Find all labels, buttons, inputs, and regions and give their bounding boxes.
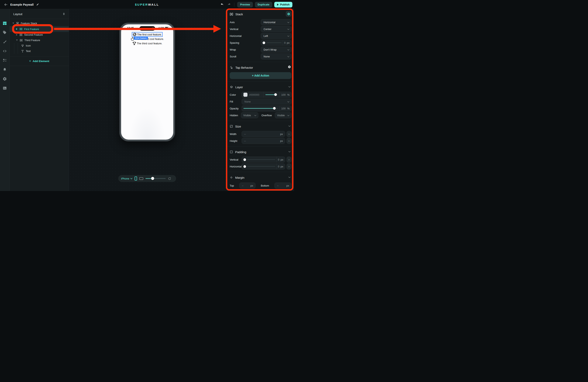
caret-down-icon[interactable] (13, 22, 14, 24)
feature-row-3[interactable]: The third cool feature. (121, 41, 173, 45)
padding-horizontal-knob[interactable] (243, 165, 246, 168)
padding-vertical-stepper[interactable]: › (287, 157, 291, 163)
scroll-select[interactable]: None (261, 53, 291, 60)
redo-icon[interactable] (227, 2, 231, 7)
zoom-slider[interactable] (146, 177, 166, 180)
caret-down-icon[interactable] (16, 40, 18, 41)
opacity-percent[interactable]: 100 (281, 107, 286, 110)
feature-row-1[interactable]: The first cool feature. (121, 32, 173, 37)
camera-dot (151, 27, 154, 30)
spacing-value[interactable]: 0 (284, 41, 286, 44)
padding-section-header: Padding (230, 149, 291, 155)
tree-item-feature-stack[interactable]: Feature Stack (10, 21, 69, 26)
collapse-chevron-icon[interactable] (288, 151, 291, 152)
width-input[interactable]: –px (242, 131, 285, 137)
rail-gear-icon[interactable] (2, 76, 8, 82)
chevron-down-icon (287, 101, 289, 103)
opacity-slider[interactable] (243, 108, 278, 109)
padding-vertical-label: Vertical (230, 158, 238, 161)
battery-icon (165, 27, 169, 29)
spacing-slider[interactable] (266, 42, 281, 43)
landscape-orientation-icon[interactable] (139, 177, 143, 180)
padding-vertical-value[interactable]: 0 (278, 158, 279, 161)
refresh-icon[interactable] (168, 177, 171, 180)
stack-settings-gear-icon[interactable] (286, 11, 291, 17)
color-percent[interactable]: 100 (281, 93, 286, 96)
horizontal-align-select[interactable]: Left (261, 33, 291, 39)
color-alpha-knob[interactable] (274, 93, 277, 96)
color-hex-input[interactable]: #000000 (249, 93, 262, 96)
margin-bottom-input[interactable]: –px (274, 183, 291, 189)
spacing-slider-knob[interactable] (263, 42, 265, 44)
statusbar-time: 12:45 (127, 26, 134, 29)
tree-item-label: Second Feature (24, 33, 43, 36)
tree-item-text[interactable]: Text (10, 48, 69, 54)
height-input[interactable]: –px (242, 138, 285, 144)
rail-bell-icon[interactable] (2, 66, 8, 73)
tree-item-third-feature[interactable]: Third Feature (10, 38, 69, 43)
tree-guide-line (14, 48, 14, 54)
zoom-slider-knob[interactable] (151, 177, 154, 180)
vertical-align-select[interactable]: Center (261, 26, 291, 32)
superwall-editor: Example Paywall $UPERWALL Preview Duplic… (0, 0, 294, 191)
rail-tag-icon[interactable] (2, 29, 8, 36)
portrait-orientation-icon[interactable] (135, 176, 137, 181)
padding-horizontal-value[interactable]: 0 (278, 165, 279, 168)
tree-item-icon[interactable]: Icon (10, 43, 69, 48)
padding-horizontal-slider[interactable] (247, 166, 275, 167)
selected-element-outline[interactable]: The first cool feature. (132, 32, 162, 37)
padding-vertical-slider[interactable] (247, 159, 275, 160)
topbar-divider (234, 3, 234, 7)
rail-brush-icon[interactable] (2, 39, 8, 45)
preview-button[interactable]: Preview (237, 2, 253, 7)
color-swatch[interactable] (243, 93, 248, 97)
color-alpha-slider[interactable] (265, 94, 278, 95)
add-action-button[interactable]: + Add Action (230, 72, 291, 79)
chevron-down-icon (254, 115, 256, 116)
duplicate-button[interactable]: Duplicate (255, 2, 273, 7)
trophy-icon (132, 41, 136, 45)
height-stepper-button[interactable]: › (287, 138, 291, 144)
collapse-chevron-icon[interactable] (288, 86, 291, 88)
caret-right-icon[interactable] (16, 34, 18, 36)
chevron-down-icon (130, 178, 132, 179)
wrap-select[interactable]: Don't Wrap (261, 46, 291, 53)
divider (227, 81, 294, 82)
nav-rail (0, 9, 10, 191)
axis-select[interactable]: Horizontal (261, 19, 291, 25)
play-icon (277, 4, 279, 6)
spacing-label: Spacing (230, 41, 239, 44)
tree-item-second-feature[interactable]: Second Feature (10, 32, 69, 38)
hidden-select[interactable]: Visible (241, 112, 258, 118)
width-stepper-button[interactable]: › (287, 131, 291, 137)
dynamic-island (139, 26, 155, 31)
overflow-select[interactable]: Visible (275, 112, 291, 118)
margin-top-input[interactable]: –px (239, 183, 255, 189)
padding-horizontal-stepper[interactable]: › (287, 163, 291, 170)
add-element-button[interactable]: + Add Element (10, 56, 69, 66)
undo-icon[interactable] (220, 2, 225, 7)
margin-icon (230, 176, 233, 179)
rail-layout-icon[interactable] (2, 20, 8, 26)
tree-item-label: Text (26, 50, 31, 53)
publish-button[interactable]: Publish (274, 2, 292, 7)
tap-settings-gear-icon[interactable] (288, 65, 291, 68)
rail-code-icon[interactable] (2, 48, 8, 54)
caret-right-icon[interactable] (16, 28, 18, 30)
tree-item-first-feature[interactable]: First Feature (10, 26, 69, 32)
rail-checklist-icon[interactable] (2, 57, 8, 63)
padding-horizontal-control: 0 px (242, 163, 285, 170)
padding-vertical-knob[interactable] (243, 158, 246, 161)
rail-terminal-icon[interactable] (2, 85, 8, 91)
collapse-chevron-icon[interactable] (288, 176, 291, 178)
scroll-label: Scroll (230, 55, 236, 58)
layer-tree: Feature Stack First Feature Second Featu… (10, 19, 69, 66)
opacity-knob[interactable] (273, 107, 276, 110)
layout-sort-icon[interactable] (63, 13, 65, 15)
fill-select[interactable]: None (242, 99, 291, 105)
divider (227, 62, 294, 62)
device-select[interactable]: iPhone (121, 177, 132, 180)
chevron-down-icon (287, 36, 289, 37)
opacity-label: Opacity (230, 107, 239, 110)
collapse-chevron-icon[interactable] (288, 125, 291, 127)
